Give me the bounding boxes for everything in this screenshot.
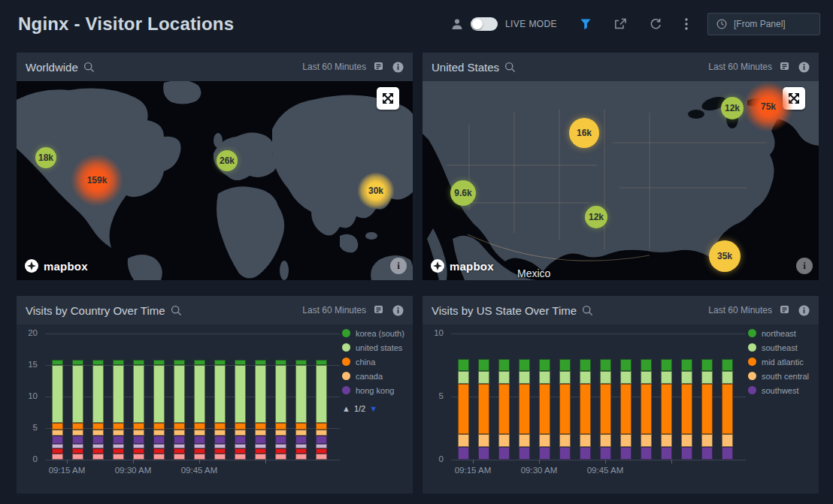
map-bubble[interactable]: 16k [569, 118, 599, 148]
bar[interactable] [519, 359, 530, 460]
bar[interactable] [133, 360, 144, 460]
bar-segment[interactable] [153, 360, 165, 366]
export-icon[interactable] [374, 305, 385, 315]
bar-segment[interactable] [641, 447, 652, 460]
bar[interactable] [498, 359, 510, 460]
legend-item[interactable]: mid atlantic [748, 355, 809, 369]
bar-segment[interactable] [559, 434, 571, 447]
bar-segment[interactable] [174, 448, 185, 454]
bar-segment[interactable] [133, 423, 144, 430]
bar-segment[interactable] [255, 365, 266, 422]
bar-segment[interactable] [539, 384, 550, 434]
map-bubble[interactable]: 26k [217, 150, 238, 171]
bar-segment[interactable] [235, 454, 246, 460]
bar-segment[interactable] [235, 423, 246, 430]
bar[interactable] [194, 360, 205, 460]
bar-segment[interactable] [113, 365, 124, 422]
map-bubble[interactable]: 159k [65, 148, 129, 213]
bar-segment[interactable] [559, 371, 571, 384]
legend-item[interactable]: northeast [748, 326, 809, 340]
legend-item[interactable]: united states [342, 340, 404, 355]
map-bubble[interactable]: 18k [35, 147, 56, 168]
map-bubble[interactable]: 12k [585, 206, 607, 228]
bar-segment[interactable] [559, 359, 571, 372]
bar-segment[interactable] [275, 430, 286, 436]
bar-segment[interactable] [316, 423, 327, 430]
bar-segment[interactable] [641, 384, 652, 434]
bar[interactable] [580, 359, 591, 460]
bar-segment[interactable] [275, 436, 286, 444]
legend-item[interactable]: south central [748, 369, 809, 383]
bar-segment[interactable] [92, 360, 104, 366]
info-icon[interactable] [798, 62, 810, 73]
bar-segment[interactable] [295, 360, 307, 366]
bar-segment[interactable] [458, 384, 469, 434]
bar-segment[interactable] [235, 430, 246, 436]
worldwide-map[interactable]: mapbox i 18k159k26k30k [17, 81, 413, 280]
bar-segment[interactable] [133, 365, 144, 422]
bar-segment[interactable] [620, 359, 632, 372]
bar-segment[interactable] [316, 360, 327, 366]
bar-segment[interactable] [235, 436, 246, 444]
bar[interactable] [214, 360, 226, 460]
bar-segment[interactable] [52, 454, 63, 460]
bar-segment[interactable] [620, 371, 632, 384]
bar-segment[interactable] [275, 423, 286, 430]
bar-segment[interactable] [113, 430, 124, 436]
bar[interactable] [559, 359, 571, 460]
bar-segment[interactable] [113, 454, 124, 460]
bar-segment[interactable] [316, 448, 327, 454]
bar-segment[interactable] [519, 384, 530, 434]
bar-segment[interactable] [498, 384, 510, 434]
legend-item[interactable]: southwest [748, 383, 809, 397]
bar-segment[interactable] [316, 454, 327, 460]
bar-segment[interactable] [153, 365, 165, 422]
bar-segment[interactable] [498, 371, 510, 384]
bar-segment[interactable] [600, 359, 611, 372]
bar-segment[interactable] [275, 360, 286, 366]
legend-item[interactable]: korea (south) [342, 326, 404, 340]
bar-segment[interactable] [255, 448, 266, 454]
bar-segment[interactable] [214, 436, 226, 444]
refresh-icon[interactable] [650, 18, 662, 30]
bar-segment[interactable] [316, 365, 327, 422]
mapbox-attribution[interactable]: mapbox [430, 258, 494, 273]
bar-segment[interactable] [620, 447, 632, 460]
bar-segment[interactable] [681, 434, 692, 447]
bar[interactable] [641, 359, 652, 460]
bar-segment[interactable] [133, 454, 144, 460]
bar-segment[interactable] [174, 454, 185, 460]
bar-segment[interactable] [174, 430, 185, 436]
bar-segment[interactable] [255, 423, 266, 430]
bar[interactable] [661, 359, 672, 460]
bar-segment[interactable] [681, 447, 692, 460]
bar-segment[interactable] [255, 454, 266, 460]
share-icon[interactable] [614, 18, 627, 30]
bar-segment[interactable] [701, 384, 713, 434]
bar-segment[interactable] [701, 434, 713, 447]
bar-segment[interactable] [620, 434, 632, 447]
bar-segment[interactable] [661, 434, 672, 447]
bar-segment[interactable] [559, 447, 571, 460]
legend-page-up-icon[interactable]: ▲ [342, 404, 350, 413]
export-icon[interactable] [374, 62, 385, 72]
bar-segment[interactable] [113, 448, 124, 454]
bar-segment[interactable] [92, 454, 104, 460]
bar-segment[interactable] [235, 448, 246, 454]
bar-segment[interactable] [701, 359, 713, 372]
bar-segment[interactable] [701, 371, 713, 384]
bar[interactable] [316, 360, 327, 460]
bar[interactable] [620, 359, 632, 460]
bar[interactable] [681, 359, 692, 460]
bar-segment[interactable] [580, 384, 591, 434]
bar-segment[interactable] [113, 423, 124, 430]
bar-segment[interactable] [133, 448, 144, 454]
bar-segment[interactable] [214, 360, 226, 366]
bar-segment[interactable] [194, 436, 205, 444]
bar-segment[interactable] [478, 384, 489, 434]
bar-segment[interactable] [641, 359, 652, 372]
bar-segment[interactable] [478, 434, 489, 447]
time-range-picker[interactable]: [From Panel] [707, 13, 820, 35]
info-icon[interactable] [798, 305, 810, 316]
bar-segment[interactable] [681, 384, 692, 434]
